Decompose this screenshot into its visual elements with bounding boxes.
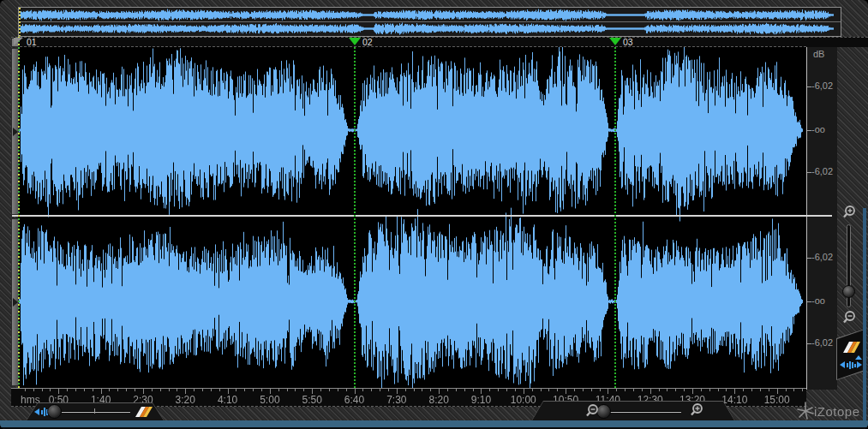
db-scale: dB -6,02-oo-6,02-6,02-oo-6,02: [806, 47, 837, 390]
marker-label-02: 02: [362, 37, 373, 47]
time-label-10-00: 10:00: [511, 394, 536, 406]
marker-ruler[interactable]: [11, 37, 806, 47]
main-waveform-canvas[interactable]: [18, 47, 806, 390]
audio-editor-window: 010203 dB -6,02-oo-6,02-6,02-oo-6,02 hms…: [0, 0, 868, 429]
channel-separator-line: [12, 215, 832, 217]
time-label-15-00: 15:00: [764, 394, 790, 406]
time-label-9-10: 9:10: [471, 394, 491, 406]
zoom-out-icon[interactable]: [841, 310, 857, 325]
overview-playhead-line: [19, 8, 21, 36]
time-label-14-10: 14:10: [721, 394, 747, 406]
db-scale-label-0: -6,02: [811, 80, 833, 91]
time-label-4-10: 4:10: [218, 394, 237, 406]
db-scale-label-4: -oo: [811, 295, 825, 306]
h-zoom-slider-midtick: [94, 408, 95, 414]
gain-stripes-icon[interactable]: [134, 405, 154, 419]
h-zoom-slider-track-right[interactable]: [605, 411, 681, 413]
overview-waveform-strip[interactable]: [18, 7, 841, 37]
gain-stripes-button[interactable]: [841, 340, 861, 355]
zoom-in-horizontal-icon[interactable]: [689, 402, 704, 418]
marker-line-03: [614, 47, 616, 390]
zoom-in-icon[interactable]: [841, 205, 857, 220]
time-label-3-20: 3:20: [176, 394, 195, 406]
scale-header: [806, 37, 868, 47]
db-scale-tick-0: [807, 86, 811, 87]
db-scale-label-5: -6,02: [811, 337, 833, 348]
db-scale-tick-2: [807, 172, 811, 173]
spark-asterisk-icon: [795, 401, 816, 421]
time-label-5-00: 5:00: [260, 394, 279, 406]
zoom-out-horizontal-icon[interactable]: [584, 403, 600, 419]
time-label-5-50: 5:50: [302, 394, 322, 406]
time-label-6-40: 6:40: [344, 394, 364, 406]
db-unit-label: dB: [813, 49, 824, 59]
fit-selection-button[interactable]: [840, 355, 862, 371]
main-waveform-area[interactable]: [18, 47, 806, 390]
marker-label-01: 01: [27, 37, 37, 47]
izotope-logo-text: iZotope: [814, 404, 860, 419]
overview-waveform-canvas[interactable]: [19, 8, 841, 36]
db-scale-label-3: -6,02: [811, 252, 833, 262]
marker-line-02: [354, 47, 356, 390]
time-label-8-20: 8:20: [428, 394, 448, 406]
edge-strip-bottom: [0, 420, 868, 427]
db-scale-tick-4: [807, 301, 811, 302]
db-scale-tick-3: [807, 258, 811, 259]
view-buttons-panel: [836, 329, 865, 380]
marker-triangle-03[interactable]: [609, 38, 621, 45]
h-zoom-slider-thumb-left[interactable]: [47, 404, 62, 419]
db-scale-tick-5: [807, 343, 811, 344]
h-zoom-slider-track-left[interactable]: [62, 411, 130, 413]
time-label-7-30: 7:30: [386, 394, 406, 406]
izotope-logo: iZotope: [795, 401, 868, 421]
marker-triangle-02[interactable]: [349, 38, 361, 45]
edge-strip-right: [863, 208, 866, 420]
vertical-zoom-slider-thumb[interactable]: [842, 285, 855, 298]
db-scale-tick-1: [807, 130, 811, 131]
marker-flag-01[interactable]: [14, 38, 23, 45]
db-scale-label-2: -6,02: [811, 166, 833, 176]
marker-label-03: 03: [623, 37, 633, 47]
playhead-marker-line: [18, 37, 20, 390]
db-scale-label-1: -oo: [811, 124, 825, 134]
